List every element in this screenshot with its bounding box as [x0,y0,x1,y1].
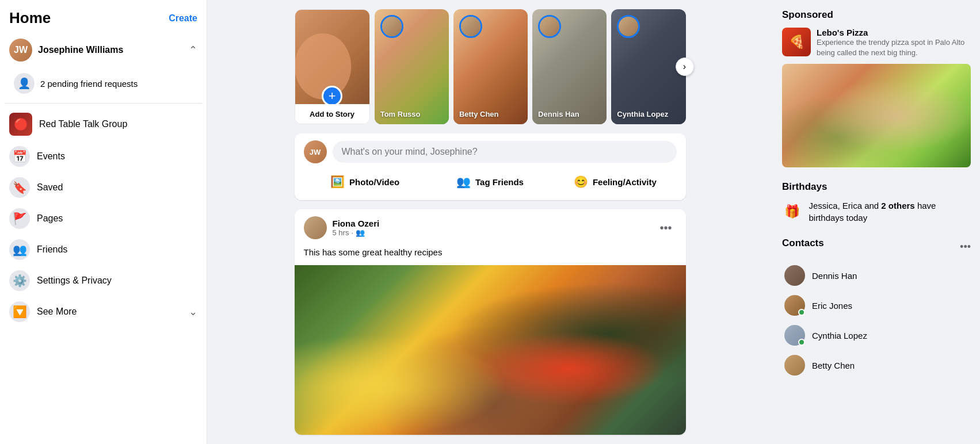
tag-friends-icon: 👥 [456,175,471,189]
sidebar-item-events[interactable]: 📅 Events [5,141,202,171]
sidebar-item-label: Red Table Talk Group [39,119,127,129]
sidebar-item-label: Saved [37,182,63,193]
post-more-button[interactable]: ••• [655,219,676,237]
contact-name: Betty Chen [812,361,855,370]
contacts-title: Contacts [782,238,824,249]
tag-friends-button[interactable]: 👥 Tag Friends [429,170,551,193]
sidebar-item-label: Pages [37,213,63,224]
contacts-more-button[interactable]: ••• [960,241,971,253]
post-box: JW 🖼️ Photo/Video 👥 Tag Friends 😊 Feelin… [295,133,686,200]
feeling-icon: 😊 [574,175,588,189]
add-story-plus-icon: + [322,86,342,104]
sidebar-item-friends[interactable]: 👥 Friends [5,235,202,265]
sidebar-item-label: Settings & Privacy [37,275,112,286]
pending-friend-requests[interactable]: 👤 2 pending friend requests [5,68,202,98]
post-text: This has some great healthy recipes [295,246,686,265]
story-avatar [459,15,482,38]
add-story-label: Add to Story [310,110,354,118]
pages-icon: 🚩 [9,208,30,229]
story-avatar [538,15,561,38]
sidebar-item-settings[interactable]: ⚙️ Settings & Privacy [5,266,202,296]
contact-avatar [784,295,805,316]
sponsored-item[interactable]: 🍕 Lebo's Pizza Experience the trendy piz… [782,28,971,58]
birthdays-section: Birthdays 🎁 Jessica, Erica and 2 others … [782,181,971,224]
events-icon: 📅 [9,146,30,167]
post-input[interactable] [333,141,677,163]
sidebar-user-profile[interactable]: JW Josephine Williams ⌃ [5,34,202,66]
post-user-avatar: JW [304,140,327,163]
dot-separator: · [351,228,353,237]
add-story-card[interactable]: + Add to Story [295,9,370,124]
user-name: Josephine Williams [38,45,123,55]
birthdays-title: Birthdays [782,181,971,193]
sponsor-image[interactable] [782,64,971,167]
page-title: Home [9,9,51,27]
birthday-text: Jessica, Erica and 2 others have birthda… [809,200,971,224]
contact-item-betty-chen[interactable]: Betty Chen [782,350,971,380]
stories-container: + Add to Story Tom Russo Betty Chen Denn… [295,9,686,124]
contact-avatar [784,355,805,376]
chevron-up-icon: ⌃ [189,44,197,56]
story-name: Betty Chen [459,110,522,118]
story-card-betty-chen[interactable]: Betty Chen [453,9,528,124]
birthday-item: 🎁 Jessica, Erica and 2 others have birth… [782,200,971,224]
story-card-cynthia-lopez[interactable]: Cynthia Lopez [611,9,685,124]
contact-item-cynthia-lopez[interactable]: Cynthia Lopez [782,320,971,350]
post-time: 5 hrs · 👥 [333,228,380,237]
sponsor-name: Lebo's Pizza [817,28,971,37]
tag-friends-label: Tag Friends [475,177,524,187]
left-sidebar: Home Create JW Josephine Williams ⌃ 👤 2 … [0,0,207,444]
friends-icon: 👥 [9,239,30,260]
feeling-activity-button[interactable]: 😊 Feeling/Activity [554,170,676,193]
sponsor-description: Experience the trendy pizza spot in Palo… [817,37,971,58]
sponsored-section: Sponsored 🍕 Lebo's Pizza Experience the … [782,9,971,167]
sidebar-header: Home Create [5,7,202,34]
right-sidebar: Sponsored 🍕 Lebo's Pizza Experience the … [773,0,980,444]
red-table-icon: 🔴 [9,113,32,136]
sidebar-item-see-more[interactable]: 🔽 See More ⌄ [5,297,202,327]
photo-video-button[interactable]: 🖼️ Photo/Video [304,170,426,193]
contact-name: Eric Jones [812,301,852,311]
stories-next-button[interactable]: › [676,58,694,76]
photo-video-icon: 🖼️ [330,175,345,189]
online-indicator [798,339,805,346]
saved-icon: 🔖 [9,177,30,198]
post-image [295,265,686,435]
feed-post: Fiona Ozeri 5 hrs · 👥 ••• This has some … [295,209,686,435]
story-name: Cynthia Lopez [617,110,680,118]
story-name: Dennis Han [538,110,601,118]
sidebar-item-label: Friends [37,244,67,255]
photo-video-label: Photo/Video [349,177,399,187]
contact-avatar [784,265,805,286]
post-author-avatar [304,216,327,239]
main-content: + Add to Story Tom Russo Betty Chen Denn… [207,0,773,444]
birthday-icon: 🎁 [782,200,802,223]
settings-icon: ⚙️ [9,270,30,291]
contact-item-dennis-han[interactable]: Dennis Han [782,261,971,290]
sponsored-title: Sponsored [782,9,971,21]
pending-requests-text: 2 pending friend requests [40,79,138,89]
add-story-image: + [295,10,369,104]
sponsor-logo: 🍕 [782,28,811,56]
sidebar-item-pages[interactable]: 🚩 Pages [5,204,202,234]
contacts-section: Contacts ••• Dennis Han Eric Jones Cynth… [782,238,971,380]
chevron-down-icon: ⌄ [189,305,197,318]
see-more-icon: 🔽 [9,301,30,322]
user-avatar: JW [9,39,32,62]
feeling-label: Feeling/Activity [593,177,657,187]
contact-avatar [784,325,805,346]
post-author-name: Fiona Ozeri [333,219,380,228]
friend-request-icon: 👤 [14,73,35,94]
story-name: Tom Russo [380,110,443,118]
create-button[interactable]: Create [169,13,197,24]
story-card-tom-russo[interactable]: Tom Russo [375,9,449,124]
sidebar-divider [5,103,202,104]
contact-name: Cynthia Lopez [812,331,867,340]
contact-item-eric-jones[interactable]: Eric Jones [782,290,971,320]
sidebar-item-label: See More [37,307,77,317]
story-avatar [380,15,403,38]
sidebar-item-red-table-talk[interactable]: 🔴 Red Table Talk Group [5,108,202,140]
sidebar-item-saved[interactable]: 🔖 Saved [5,173,202,202]
sidebar-item-label: Events [37,151,65,162]
story-card-dennis-han[interactable]: Dennis Han [532,9,607,124]
